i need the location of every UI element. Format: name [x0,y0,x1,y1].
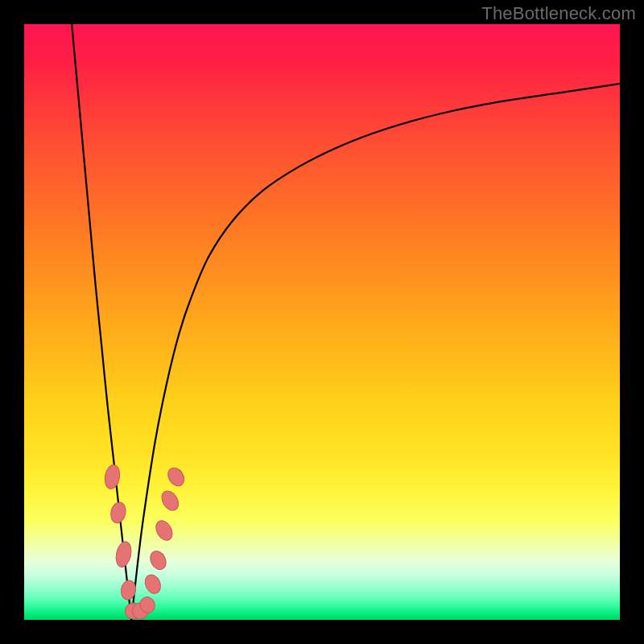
plot-area [24,24,620,620]
data-marker-11 [165,464,188,489]
data-marker-8 [147,548,169,572]
chart-frame: TheBottleneck.com [0,0,644,644]
curve-layer [24,24,620,620]
data-marker-0 [103,464,122,490]
data-marker-1 [109,501,127,524]
data-marker-2 [114,540,133,568]
watermark-text: TheBottleneck.com [481,3,636,24]
data-marker-10 [159,488,182,514]
curve-left-branch [72,24,131,620]
curve-right-branch [131,84,620,620]
data-marker-9 [153,518,176,543]
data-marker-7 [142,572,163,596]
